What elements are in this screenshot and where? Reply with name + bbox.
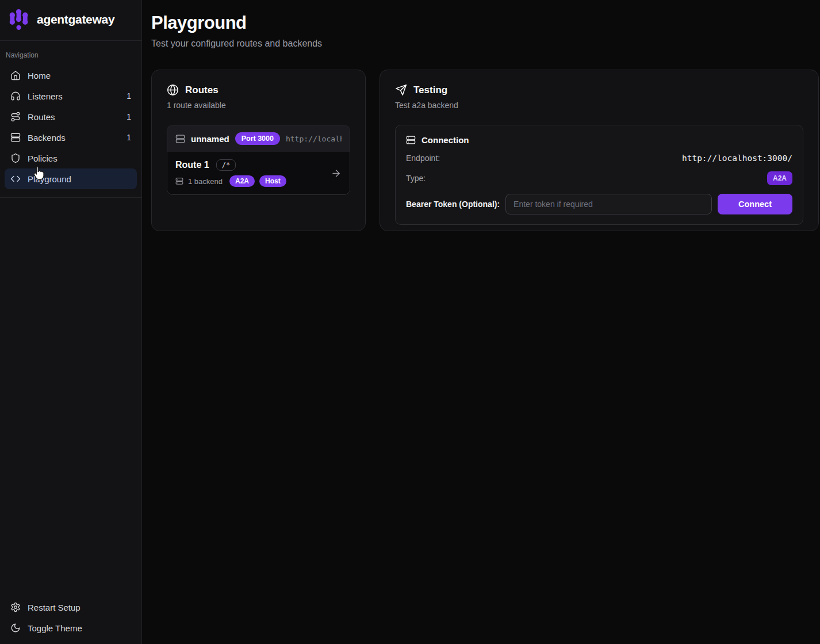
route-info: Route 1 /* 1 backend A2A Host [175, 159, 286, 187]
a2a-badge: A2A [229, 175, 255, 187]
listener-group: unnamed Port 3000 http://localhost:3000/… [167, 125, 350, 195]
restart-setup-label: Restart Setup [28, 603, 81, 612]
routes-card-title: Routes [185, 85, 219, 96]
route-name: Route 1 [175, 160, 209, 170]
sidebar-footer: Restart Setup Toggle Theme [0, 592, 141, 644]
sidebar-item-label: Home [28, 71, 51, 80]
testing-card-title: Testing [413, 85, 447, 96]
connection-title: Connection [422, 135, 469, 145]
sidebar-item-label: Routes [28, 112, 55, 122]
host-badge: Host [259, 175, 286, 187]
toggle-theme-label: Toggle Theme [28, 623, 82, 633]
port-badge: Port 3000 [235, 132, 280, 145]
connection-header: Connection [406, 135, 792, 145]
listeners-count-badge: 1 [127, 91, 131, 101]
nav-section: Navigation Home Listeners 1 Routes 1 [0, 41, 141, 198]
type-badge: A2A [767, 171, 792, 185]
testing-card: Testing Test a2a backend Connection Endp… [380, 70, 819, 231]
route-icon [10, 112, 21, 122]
connect-button[interactable]: Connect [718, 194, 792, 214]
route-path-badge: /* [216, 159, 236, 171]
route-row[interactable]: Route 1 /* 1 backend A2A Host [167, 152, 350, 194]
endpoint-label: Endpoint: [406, 154, 440, 163]
endpoint-row: Endpoint: http://localhost:3000/ [406, 154, 792, 163]
listener-name: unnamed [191, 134, 229, 144]
main-content: Playground Test your configured routes a… [142, 0, 820, 644]
restart-setup-button[interactable]: Restart Setup [5, 597, 137, 618]
backends-count-badge: 1 [127, 133, 131, 142]
moon-icon [10, 623, 21, 633]
sidebar-spacer [0, 198, 141, 592]
sidebar-item-home[interactable]: Home [5, 65, 137, 86]
sidebar: agentgateway Navigation Home Listeners 1… [0, 0, 142, 644]
code-icon [10, 174, 21, 184]
sidebar-item-listeners[interactable]: Listeners 1 [5, 86, 137, 106]
routes-card: Routes 1 route available unnamed Port 30… [151, 70, 366, 231]
arrow-right-icon [331, 168, 342, 179]
headphones-icon [10, 91, 21, 101]
send-icon [395, 84, 407, 96]
sidebar-item-label: Backends [28, 133, 66, 143]
testing-card-subtitle: Test a2a backend [395, 101, 803, 110]
home-icon [10, 70, 21, 80]
listener-url: http://localhost:3000/ [286, 135, 342, 143]
backend-count: 1 backend [188, 177, 223, 186]
brand: agentgateway [0, 0, 141, 41]
server-icon [406, 135, 416, 145]
bearer-token-label: Bearer Token (Optional): [406, 200, 500, 209]
listener-header: unnamed Port 3000 http://localhost:3000/ [167, 125, 350, 152]
toggle-theme-button[interactable]: Toggle Theme [5, 618, 137, 638]
type-label: Type: [406, 174, 426, 183]
gear-icon [10, 602, 21, 612]
routes-card-header: Routes [167, 84, 350, 96]
agentgateway-logo-icon [8, 8, 30, 31]
endpoint-value: http://localhost:3000/ [682, 154, 792, 163]
sidebar-item-label: Policies [28, 154, 58, 163]
sidebar-item-routes[interactable]: Routes 1 [5, 106, 137, 127]
routes-card-subtitle: 1 route available [167, 101, 350, 110]
server-icon [10, 132, 21, 143]
page-subtitle: Test your configured routes and backends [151, 39, 819, 49]
bearer-token-row: Bearer Token (Optional): Connect [406, 194, 792, 214]
globe-icon [167, 84, 179, 96]
sidebar-item-policies[interactable]: Policies [5, 148, 137, 168]
sidebar-item-label: Listeners [28, 91, 63, 101]
page-title: Playground [151, 13, 819, 33]
nav-section-label: Navigation [6, 51, 136, 59]
testing-card-header: Testing [395, 84, 803, 96]
routes-count-badge: 1 [127, 112, 131, 121]
sidebar-item-label: Playground [28, 174, 71, 184]
server-icon [175, 177, 183, 185]
sidebar-item-backends[interactable]: Backends 1 [5, 127, 137, 148]
type-row: Type: A2A [406, 171, 792, 185]
server-icon [175, 134, 185, 144]
cards-row: Routes 1 route available unnamed Port 30… [151, 70, 819, 231]
sidebar-item-playground[interactable]: Playground [5, 168, 137, 189]
brand-name: agentgateway [37, 13, 114, 26]
shield-icon [10, 153, 21, 163]
bearer-token-input[interactable] [505, 194, 712, 214]
connection-panel: Connection Endpoint: http://localhost:30… [395, 125, 803, 225]
